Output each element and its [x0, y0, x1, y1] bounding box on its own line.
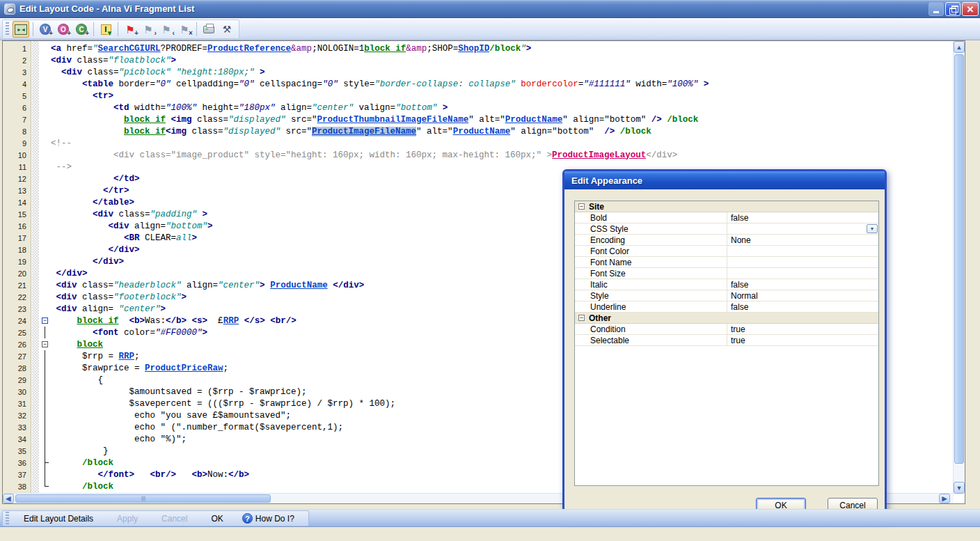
property-row-css-style[interactable]: CSS Style▼	[575, 224, 878, 235]
property-value[interactable]: false	[727, 212, 878, 223]
code-text: $savepercent = ((($rrp - $rawprice) / $r…	[51, 399, 395, 409]
property-row-font-name[interactable]: Font Name	[575, 257, 878, 268]
property-value[interactable]: ▼	[727, 224, 878, 234]
scroll-up-button[interactable]: ▲	[954, 41, 965, 53]
code-line[interactable]: 2<div class="floatblock">	[3, 54, 953, 66]
fold-margin-cell[interactable]: −	[39, 315, 51, 327]
scroll-left-button[interactable]: ◀	[3, 494, 14, 503]
clear-bookmarks-button[interactable]: ⚑×	[176, 21, 193, 38]
property-row-selectable[interactable]: Selectabletrue	[575, 335, 878, 346]
fold-margin-cell[interactable]: −	[39, 338, 51, 350]
toolbar-separator	[118, 22, 118, 36]
property-value[interactable]: Normal	[727, 290, 878, 301]
property-row-font-size[interactable]: Font Size	[575, 268, 878, 279]
category-collapse-box[interactable]: −	[578, 203, 585, 210]
bookmark-margin-cell	[31, 185, 39, 196]
css-style-dropdown-button[interactable]: ▼	[867, 224, 878, 233]
code-text: block	[51, 340, 103, 350]
vertical-scroll-thumb[interactable]	[954, 54, 964, 464]
print-button[interactable]	[200, 21, 217, 38]
code-line[interactable]: 3<div class="picblock" "height:180px;" >	[3, 66, 953, 78]
code-text: echo " (".number_format($savepercent,1);	[51, 423, 343, 432]
add-condition-button[interactable]: C+	[73, 21, 90, 38]
property-value[interactable]: None	[727, 235, 878, 245]
code-line[interactable]: 7block_if <img class="displayed" src="Pr…	[3, 113, 953, 125]
property-value[interactable]	[727, 246, 878, 256]
property-value[interactable]	[727, 268, 878, 279]
fold-margin-cell	[39, 279, 51, 291]
previous-bookmark-button[interactable]: ⚑‹	[158, 21, 175, 38]
property-value[interactable]: true	[727, 335, 878, 345]
edit-layout-details-button[interactable]: Edit Layout Details	[24, 514, 93, 524]
insert-value-button[interactable]: I▼	[97, 21, 114, 38]
property-row-font-color[interactable]: Font Color	[575, 246, 878, 257]
tools-button[interactable]: ⚒	[219, 21, 235, 38]
code-text: /block	[51, 482, 113, 492]
minimize-button[interactable]	[928, 2, 944, 16]
bookmark-margin-cell	[31, 125, 39, 137]
fold-margin-cell	[39, 480, 51, 492]
code-line[interactable]: 4<table border="0" cellpadding="0" cells…	[3, 78, 953, 90]
bookmark-margin-cell	[31, 362, 39, 374]
horizontal-scroll-thumb[interactable]	[15, 494, 271, 503]
toolbar-separator	[196, 22, 197, 36]
code-text: block_if <img class="displayed" src="Pro…	[51, 115, 698, 125]
scroll-right-button[interactable]: ▶	[939, 494, 950, 503]
property-value[interactable]	[727, 257, 878, 267]
property-row-encoding[interactable]: EncodingNone	[575, 235, 878, 246]
code-text: {	[51, 375, 103, 385]
property-grid[interactable]: −SiteBoldfalseCSS Style▼EncodingNoneFont…	[574, 201, 879, 486]
ok-button[interactable]: OK	[211, 514, 223, 524]
category-collapse-box[interactable]: −	[578, 315, 585, 321]
how-do-i-button[interactable]: How Do I?	[255, 514, 294, 524]
bookmark-margin-cell	[31, 409, 39, 421]
add-object-button[interactable]: O+	[55, 21, 72, 38]
bookmark-margin-cell	[31, 42, 39, 54]
property-row-condition[interactable]: Conditiontrue	[575, 324, 878, 335]
add-variable-button[interactable]: V+	[37, 21, 54, 38]
property-category-other[interactable]: −Other	[575, 313, 878, 324]
toolbar-grip[interactable]	[6, 22, 9, 36]
fold-margin-cell	[39, 161, 51, 173]
property-row-underline[interactable]: Underlinefalse	[575, 301, 878, 313]
scroll-down-button[interactable]: ▼	[954, 482, 965, 494]
add-condition-icon: C+	[76, 24, 87, 35]
vertical-scrollbar[interactable]: ▲ ▼	[953, 41, 965, 494]
restore-button[interactable]	[945, 2, 961, 16]
property-value[interactable]: false	[727, 301, 878, 312]
bookmark-margin-cell	[31, 54, 39, 66]
help-icon: ?	[242, 513, 253, 524]
code-text: </font> <br/> <b>Now:</b>	[51, 470, 249, 480]
code-text: block_if <b>Was:</b> <s> £RRP </s> <br/>	[51, 316, 297, 326]
next-bookmark-button[interactable]: ⚑›	[140, 21, 157, 38]
code-line[interactable]: 1<a href="SearchCGIURL?PRODREF=ProductRe…	[3, 42, 953, 54]
code-line[interactable]: 10<div class="image_product" style="heig…	[3, 149, 953, 161]
line-number: 4	[3, 80, 31, 88]
bookmark-margin-cell	[31, 421, 39, 433]
code-line[interactable]: 6<td width="100%" height="180px" align="…	[3, 102, 953, 113]
add-bookmark-button[interactable]: ⚑+	[122, 21, 139, 38]
property-category-site[interactable]: −Site	[575, 201, 878, 212]
property-row-italic[interactable]: Italicfalse	[575, 279, 878, 290]
apply-button: Apply	[117, 514, 138, 524]
fold-collapse-box[interactable]: −	[42, 341, 48, 347]
fold-collapse-box[interactable]: −	[42, 317, 48, 324]
line-number: 37	[3, 471, 31, 479]
property-value[interactable]: true	[727, 324, 878, 334]
code-line[interactable]: 9<!--	[3, 137, 953, 149]
bookmark-margin-cell	[31, 327, 39, 338]
code-line[interactable]: 5<tr>	[3, 90, 953, 102]
code-line[interactable]: 8block_if<img class="displayed" src="Pro…	[3, 125, 953, 137]
fold-margin-cell	[39, 54, 51, 66]
bookmark-margin-cell	[31, 445, 39, 457]
close-button[interactable]: ✕	[962, 2, 979, 16]
property-row-bold[interactable]: Boldfalse	[575, 212, 878, 224]
property-value[interactable]: false	[727, 279, 878, 290]
add-bookmark-icon: ⚑+	[125, 24, 134, 35]
bookmark-margin-cell	[31, 457, 39, 469]
collapse-expand-button[interactable]: ►◄	[13, 21, 29, 38]
bookmark-margin-cell	[31, 398, 39, 409]
bottom-toolbar-grip[interactable]	[6, 512, 9, 526]
line-number: 15	[3, 210, 31, 219]
property-row-style[interactable]: StyleNormal	[575, 290, 878, 301]
